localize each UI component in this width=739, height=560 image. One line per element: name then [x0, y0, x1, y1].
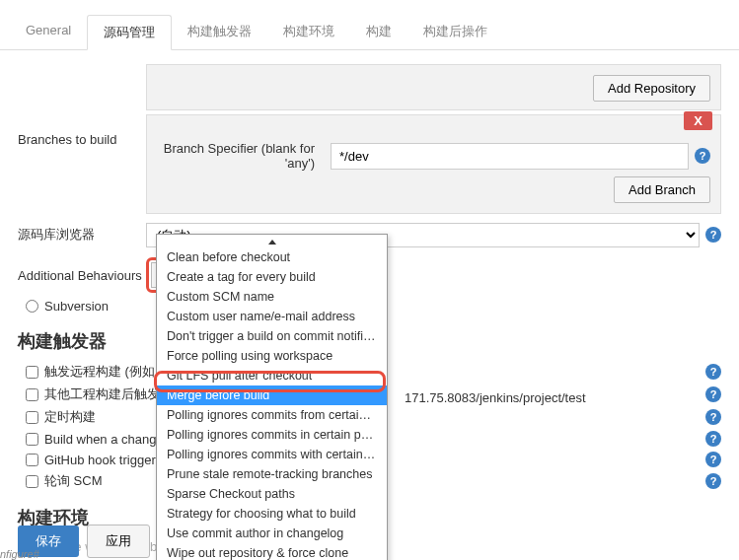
branch-specifier-input[interactable] — [331, 143, 689, 170]
branches-to-build-label: Branches to build — [18, 114, 146, 151]
tab-post[interactable]: 构建后操作 — [407, 15, 503, 49]
dropdown-item-use-commit-author-in-changelog[interactable]: Use commit author in changelog — [157, 524, 387, 543]
help-icon[interactable]: ? — [705, 409, 721, 425]
dropdown-item-prune-stale-remote-tracking-branches[interactable]: Prune stale remote-tracking branches — [157, 464, 387, 484]
dropdown-item-git-lfs-pull-after-checkout[interactable]: Git LFS pull after checkout — [157, 366, 387, 385]
caret-up-icon — [268, 240, 276, 245]
help-icon[interactable]: ? — [695, 148, 710, 164]
additional-behaviours-label: Additional Behaviours — [18, 264, 146, 287]
dropdown-item-custom-user-name-e-mail-address[interactable]: Custom user name/e-mail address — [157, 307, 387, 326]
dropdown-item-wipe-out-repository-force-clone[interactable]: Wipe out repository & force clone — [157, 543, 387, 560]
trigger-timer-checkbox[interactable] — [26, 411, 38, 424]
tab-triggers[interactable]: 构建触发器 — [172, 15, 267, 49]
add-repository-button[interactable]: Add Repository — [593, 75, 710, 102]
dropdown-item-sparse-checkout-paths[interactable]: Sparse Checkout paths — [157, 484, 387, 504]
trigger-push-checkbox[interactable] — [26, 433, 38, 446]
branches-box: X Branch Specifier (blank for 'any') ? A… — [146, 114, 721, 214]
config-tabs: General 源码管理 构建触发器 构建环境 构建 构建后操作 — [0, 15, 739, 50]
dropdown-item-strategy-for-choosing-what-to-build[interactable]: Strategy for choosing what to build — [157, 504, 387, 524]
tab-env[interactable]: 构建环境 — [267, 15, 350, 49]
dropdown-item-polling-ignores-commits-with-certain-messages[interactable]: Polling ignores commits with certain mes… — [157, 445, 387, 464]
delete-branch-button[interactable]: X — [684, 111, 712, 130]
help-icon[interactable]: ? — [705, 452, 721, 467]
dropdown-item-custom-scm-name[interactable]: Custom SCM name — [157, 287, 387, 307]
behaviours-dropdown: Clean before checkoutCreate a tag for ev… — [156, 234, 388, 560]
repositories-box: Add Repository — [146, 64, 721, 110]
dropdown-item-force-polling-using-workspace[interactable]: Force polling using workspace — [157, 346, 387, 366]
tab-general[interactable]: General — [10, 15, 87, 49]
dropdown-item-polling-ignores-commits-in-certain-paths[interactable]: Polling ignores commits in certain paths — [157, 425, 387, 445]
help-icon[interactable]: ? — [705, 364, 721, 380]
trigger-poll-checkbox[interactable] — [26, 475, 38, 488]
help-icon[interactable]: ? — [705, 473, 721, 489]
dropdown-scroll-up[interactable] — [157, 235, 387, 247]
trigger-after-checkbox[interactable] — [26, 388, 38, 401]
subversion-label: Subversion — [44, 299, 109, 314]
help-icon[interactable]: ? — [705, 431, 721, 447]
subversion-radio[interactable] — [26, 300, 38, 313]
tab-scm[interactable]: 源码管理 — [87, 15, 172, 50]
dropdown-item-polling-ignores-commits-from-certain-users[interactable]: Polling ignores commits from certain use… — [157, 405, 387, 425]
dropdown-item-create-a-tag-for-every-build[interactable]: Create a tag for every build — [157, 267, 387, 287]
branch-specifier-label: Branch Specifier (blank for 'any') — [157, 141, 325, 171]
trigger-github-checkbox[interactable] — [26, 454, 38, 466]
apply-button[interactable]: 应用 — [87, 525, 150, 558]
webhook-url-text: 171.75.8083/jenkins/project/test — [405, 390, 586, 405]
help-icon[interactable]: ? — [705, 227, 721, 243]
dropdown-item-merge-before-build[interactable]: Merge before build — [157, 385, 387, 405]
trigger-remote-checkbox[interactable] — [26, 366, 38, 379]
help-icon[interactable]: ? — [705, 386, 721, 402]
repo-browser-label: 源码库浏览器 — [18, 222, 146, 247]
dropdown-item-don-t-trigger-a-build-on-commit-notifications[interactable]: Don't trigger a build on commit notifica… — [157, 326, 387, 346]
dropdown-item-clean-before-checkout[interactable]: Clean before checkout — [157, 247, 387, 267]
add-branch-button[interactable]: Add Branch — [614, 176, 710, 203]
status-leak-text: nfigure# — [0, 548, 39, 560]
tab-build[interactable]: 构建 — [350, 15, 407, 49]
